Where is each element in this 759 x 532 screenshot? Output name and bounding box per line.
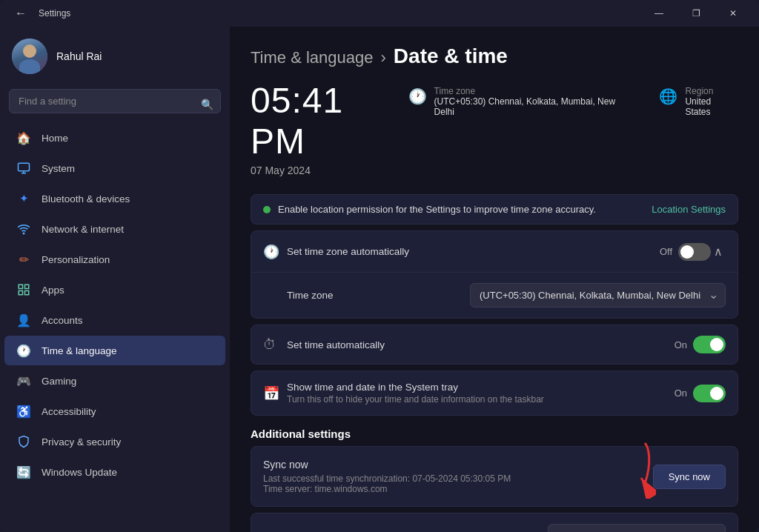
page-title: Date & time	[394, 44, 508, 68]
timezone-auto-icon: 🕐	[263, 244, 287, 260]
time-auto-toggle[interactable]	[693, 336, 726, 353]
user-profile[interactable]: Rahul Rai	[0, 27, 230, 86]
sidebar-item-accounts[interactable]: 👤 Accounts	[4, 305, 225, 335]
timezone-auto-toggle-group: Off	[660, 243, 711, 261]
sidebar-item-label: Privacy & security	[42, 436, 121, 448]
sync-server: Time server: time.windows.com	[263, 484, 511, 494]
region-label: Region	[685, 86, 738, 96]
system-tray-row: 📅 Show time and date in the System tray …	[251, 371, 738, 415]
system-tray-toggle-group: On	[675, 385, 726, 402]
time-auto-icon: ⏱	[263, 337, 287, 353]
sidebar-item-system[interactable]: System	[4, 153, 225, 183]
sidebar-item-label: Apps	[42, 285, 64, 296]
sidebar-item-label: Windows Update	[42, 467, 117, 478]
region-info: 🌐 Region United States	[659, 86, 738, 117]
sidebar: Rahul Rai 🔍 🏠 Home	[0, 27, 230, 532]
timezone-auto-label: Set time zone automatically	[287, 246, 660, 257]
main-inner: Time & language › Date & time 05:41 PM 0…	[230, 27, 759, 532]
personalization-icon: ✏	[16, 252, 31, 267]
time-auto-state: On	[675, 339, 687, 350]
timezone-select[interactable]: (UTC+05:30) Chennai, Kolkata, Mumbai, Ne…	[470, 283, 726, 307]
svg-rect-7	[19, 291, 22, 295]
search-input[interactable]	[9, 89, 221, 113]
maximize-button[interactable]: ❐	[679, 1, 713, 25]
breadcrumb-separator: ›	[381, 48, 386, 67]
minimize-button[interactable]: —	[642, 1, 676, 25]
timezone-value: (UTC+05:30) Chennai, Kolkata, Mumbai, Ne…	[434, 96, 637, 117]
update-icon: 🔄	[16, 465, 31, 479]
search-container: 🔍	[0, 86, 230, 122]
sidebar-item-label: Gaming	[42, 376, 76, 387]
sidebar-item-gaming[interactable]: 🎮 Gaming	[4, 366, 225, 396]
timezone-dropdown-label: Time zone	[287, 290, 470, 301]
sidebar-item-update[interactable]: 🔄 Windows Update	[4, 457, 225, 487]
search-icon: 🔍	[201, 99, 213, 110]
system-icon	[16, 161, 31, 176]
timezone-label: Time zone	[434, 86, 637, 96]
sidebar-item-apps[interactable]: Apps	[4, 275, 225, 305]
timezone-auto-collapse-btn[interactable]: ∧	[711, 242, 726, 262]
sidebar-item-label: Accounts	[42, 315, 83, 326]
green-dot	[263, 206, 271, 213]
home-icon: 🏠	[16, 130, 31, 145]
time-auto-label: Set time automatically	[287, 339, 675, 350]
timezone-icon: 🕐	[408, 87, 427, 105]
sidebar-item-privacy[interactable]: Privacy & security	[4, 427, 225, 456]
current-time: 05:41 PM	[251, 80, 408, 162]
sidebar-item-personalization[interactable]: ✏ Personalization	[4, 245, 225, 274]
svg-point-3	[23, 233, 24, 234]
system-tray-icon: 📅	[263, 385, 287, 402]
apps-icon	[16, 282, 31, 297]
timezone-dropdown-row: Time zone (UTC+05:30) Chennai, Kolkata, …	[251, 273, 738, 318]
sidebar-item-label: System	[42, 163, 75, 174]
time-icon: 🕐	[16, 343, 31, 358]
time-auto-toggle-group: On	[675, 336, 726, 353]
sync-now-button[interactable]: Sync now	[653, 465, 726, 489]
sidebar-item-label: Time & language	[42, 345, 117, 356]
network-icon	[16, 222, 31, 236]
location-settings-link[interactable]: Location Settings	[652, 204, 726, 215]
svg-rect-4	[19, 285, 22, 288]
system-tray-toggle[interactable]	[693, 385, 726, 402]
sidebar-item-home[interactable]: 🏠 Home	[4, 123, 225, 153]
accessibility-icon: ♿	[16, 404, 31, 419]
settings-window: ← Settings — ❐ ✕ Rahul Rai 🔍	[0, 0, 759, 532]
sync-last: Last successful time synchronization: 07…	[263, 473, 511, 484]
region-icon: 🌐	[659, 87, 677, 105]
user-name: Rahul Rai	[56, 50, 102, 62]
calendar-select[interactable]: Don't show additional calendars	[548, 524, 726, 532]
region-value: United States	[685, 96, 738, 117]
calendar-dropdown-wrapper: Don't show additional calendars	[548, 524, 726, 532]
timezone-auto-state: Off	[660, 246, 672, 257]
system-tray-sublabel: Turn this off to hide your time and date…	[287, 394, 675, 405]
accounts-icon: 👤	[16, 313, 31, 327]
timezone-auto-row: 🕐 Set time zone automatically Off ∧	[251, 231, 738, 273]
main-content: Time & language › Date & time 05:41 PM 0…	[230, 27, 759, 532]
sync-title: Sync now	[263, 459, 511, 471]
timezone-auto-card: 🕐 Set time zone automatically Off ∧ Time…	[251, 230, 738, 319]
sync-info: Sync now Last successful time synchroniz…	[263, 459, 511, 494]
additional-settings-title: Additional settings	[251, 428, 738, 440]
sync-card: Sync now Last successful time synchroniz…	[251, 446, 738, 507]
svg-rect-6	[25, 291, 29, 295]
sidebar-item-accessibility[interactable]: ♿ Accessibility	[4, 396, 225, 426]
sidebar-item-time[interactable]: 🕐 Time & language	[4, 336, 225, 365]
sidebar-item-bluetooth[interactable]: ✦ Bluetooth & devices	[4, 184, 225, 213]
sidebar-item-label: Home	[42, 133, 68, 144]
sidebar-item-network[interactable]: Network & internet	[4, 214, 225, 244]
location-notice-text: Enable location permission for the Setti…	[278, 204, 596, 215]
system-tray-label: Show time and date in the System tray	[287, 382, 675, 393]
location-notice: Enable location permission for the Setti…	[251, 194, 738, 225]
title-bar: ← Settings — ❐ ✕	[0, 0, 759, 27]
bluetooth-icon: ✦	[16, 191, 31, 206]
location-notice-left: Enable location permission for the Setti…	[263, 204, 596, 215]
back-button[interactable]: ←	[9, 4, 33, 23]
nav-list: 🏠 Home System ✦ Bluetooth & devices	[0, 122, 230, 488]
svg-rect-0	[19, 163, 30, 171]
current-date: 07 May 2024	[251, 164, 408, 176]
timezone-auto-toggle[interactable]	[678, 243, 711, 261]
system-tray-text: Show time and date in the System tray Tu…	[287, 382, 675, 405]
close-button[interactable]: ✕	[716, 1, 750, 25]
red-arrow	[611, 439, 656, 499]
calendar-card: Show additional calendars in the taskbar…	[251, 513, 738, 532]
